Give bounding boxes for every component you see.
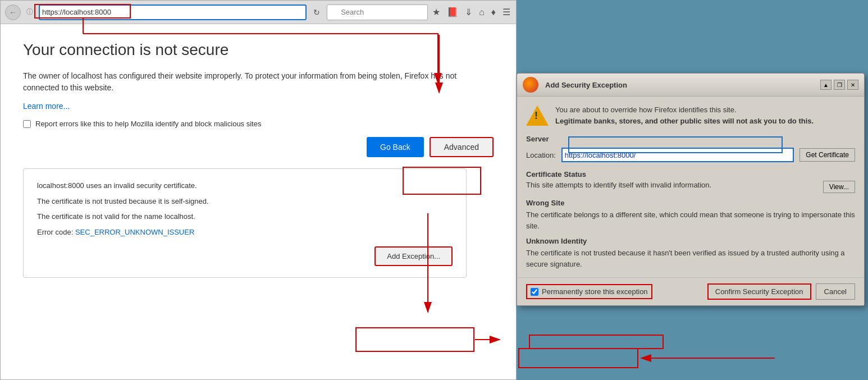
search-input[interactable]	[327, 4, 428, 20]
firefox-logo	[523, 77, 538, 93]
add-exception-row: Add Exception...	[37, 246, 453, 266]
reload-button[interactable]: ↻	[310, 6, 323, 19]
download-icon[interactable]: ⇓	[464, 6, 473, 19]
home-icon[interactable]: ⌂	[478, 6, 486, 19]
cert-status-section: Certificate Status This site attempts to…	[526, 170, 855, 193]
advanced-line2: The certificate is not trusted because i…	[37, 196, 453, 207]
server-section-label: Server	[526, 135, 855, 143]
advanced-line3: The certificate is not valid for the nam…	[37, 211, 453, 222]
cert-status-text: This site attempts to identify itself wi…	[526, 181, 711, 189]
url-bar-wrap	[39, 4, 307, 20]
cancel-button[interactable]: Cancel	[816, 283, 855, 300]
add-exception-button[interactable]: Add Exception...	[374, 246, 453, 266]
dialog-titlebar: Add Security Exception ▲ ❐ ✕	[517, 74, 864, 97]
dialog-footer-buttons: Confirm Security Exception Cancel	[707, 283, 855, 300]
error-code-row: Error code: SEC_ERROR_UNKNOWN_ISSUER	[37, 227, 453, 238]
dialog-restore-button[interactable]: ❐	[834, 80, 845, 90]
security-exception-dialog: Add Security Exception ▲ ❐ ✕ You are abo…	[517, 73, 865, 306]
url-bar[interactable]	[42, 8, 303, 16]
confirm-security-exception-button[interactable]: Confirm Security Exception	[707, 283, 811, 300]
permanently-store-label: Permanently store this exception	[542, 287, 648, 296]
browser-content: Your connection is not secure The owner …	[1, 24, 516, 379]
wrong-site-section: Wrong Site The certificate belongs to a …	[526, 199, 855, 231]
report-errors-label: Report errors like this to help Mozilla …	[35, 120, 261, 128]
lock-icon: ⓘ	[24, 7, 35, 18]
dialog-footer: Permanently store this exception Confirm…	[517, 277, 864, 305]
browser-toolbar: ← ⓘ ↻ 🔍 ★ 📕 ⇓ ⌂ ♦ ☰	[1, 1, 516, 24]
dialog-titlebar-buttons: ▲ ❐ ✕	[820, 80, 858, 90]
warning-text-1: You are about to override how Firefox id…	[555, 106, 737, 114]
advanced-panel: localhost:8000 uses an invalid security …	[23, 168, 467, 278]
cert-status-title: Certificate Status	[526, 170, 855, 178]
warning-text-2: Legitimate banks, stores, and other publ…	[555, 117, 814, 125]
svg-rect-6	[519, 349, 638, 368]
advanced-button[interactable]: Advanced	[430, 137, 494, 157]
star-icon[interactable]: ★	[431, 6, 441, 19]
bookmark-icon[interactable]: 📕	[446, 6, 459, 19]
error-title: Your connection is not secure	[23, 41, 494, 59]
dialog-up-button[interactable]: ▲	[820, 80, 832, 90]
wrong-site-title: Wrong Site	[526, 199, 855, 207]
report-errors-checkbox[interactable]	[23, 120, 31, 128]
location-row: Location: Get Certificate	[526, 148, 855, 162]
svg-rect-8	[529, 335, 663, 349]
wrong-site-text: The certificate belongs to a different s…	[526, 209, 855, 231]
unknown-identity-text: The certificate is not trusted because i…	[526, 248, 855, 269]
permanently-store-checkbox[interactable]	[531, 288, 538, 296]
menu-icon[interactable]: ☰	[501, 6, 511, 19]
unknown-identity-title: Unknown Identity	[526, 237, 855, 245]
view-button[interactable]: View...	[823, 181, 855, 193]
error-description: The owner of localhost has configured th…	[23, 70, 461, 94]
get-certificate-button[interactable]: Get Certificate	[800, 148, 855, 162]
buttons-row: Go Back Advanced	[23, 137, 494, 157]
warning-text: You are about to override how Firefox id…	[555, 104, 814, 126]
warning-triangle	[526, 106, 549, 126]
location-input[interactable]	[561, 148, 794, 162]
back-button[interactable]: ←	[5, 4, 21, 20]
dialog-title: Add Security Exception	[545, 81, 627, 89]
dialog-warning-row: You are about to override how Firefox id…	[526, 104, 855, 127]
toolbar-icons: ★ 📕 ⇓ ⌂ ♦ ☰	[431, 6, 511, 19]
location-label: Location:	[526, 151, 556, 159]
error-code-link[interactable]: SEC_ERROR_UNKNOWN_ISSUER	[75, 228, 194, 236]
dialog-body: You are about to override how Firefox id…	[517, 97, 864, 277]
error-code-label: Error code:	[37, 228, 73, 236]
dialog-close-button[interactable]: ✕	[847, 80, 858, 90]
browser-window: ← ⓘ ↻ 🔍 ★ 📕 ⇓ ⌂ ♦ ☰ Your connection is n…	[0, 0, 517, 380]
unknown-identity-section: Unknown Identity The certificate is not …	[526, 237, 855, 269]
learn-more-link[interactable]: Learn more...	[23, 102, 70, 111]
warning-icon	[526, 104, 549, 127]
go-back-button[interactable]: Go Back	[367, 137, 424, 157]
advanced-line1: localhost:8000 uses an invalid security …	[37, 180, 453, 191]
shield-icon[interactable]: ♦	[490, 6, 497, 19]
report-errors-row: Report errors like this to help Mozilla …	[23, 120, 494, 128]
permanently-store-row: Permanently store this exception	[526, 284, 652, 299]
search-wrap: 🔍	[327, 4, 428, 20]
